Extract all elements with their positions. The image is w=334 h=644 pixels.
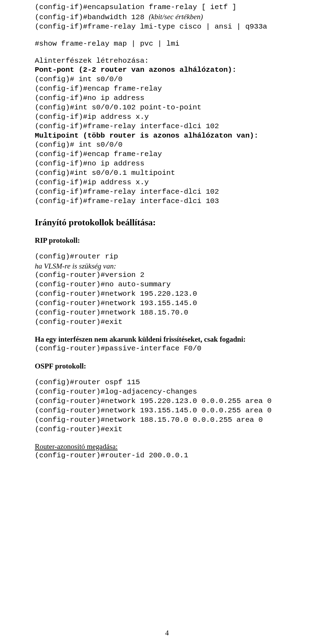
cmd-line: (config)#int s0/0/0.102 point-to-point xyxy=(35,103,299,112)
document-page: (config-if)#encapsulation frame-relay [ … xyxy=(0,0,334,644)
cmd-line: (config-if)#frame-relay lmi-type cisco |… xyxy=(35,22,299,32)
cmd-line: (config)#router ospf 115 xyxy=(35,378,299,387)
cmd-line: (config-router)#router-id 200.0.0.1 xyxy=(35,451,299,460)
cmd-line: (config-if)#bandwidth 128 (kbit/sec érté… xyxy=(35,12,299,22)
cmd-line: (config-router)#no auto-summary xyxy=(35,280,299,289)
cmd-line: (config-if)#frame-relay interface-dlci 1… xyxy=(35,197,299,206)
cmd-line: (config-if)#encap frame-relay xyxy=(35,150,299,159)
section-subtitle: Multipoint (több router is azonos alháló… xyxy=(35,131,299,141)
paragraph-heading: Ha egy interfészen nem akarunk küldeni f… xyxy=(35,335,299,344)
subsection-heading: OSPF protokoll: xyxy=(35,362,299,371)
section-subtitle: Pont-pont (2-2 router van azonos alhálóz… xyxy=(35,65,299,75)
inline-note: (kbit/sec értékben) xyxy=(149,13,203,21)
cmd-line: (config-router)#passive-interface F0/0 xyxy=(35,344,299,354)
cmd-line: (config-router)#log-adjacency-changes xyxy=(35,387,299,397)
cmd-line: (config-router)#network 195.220.123.0 0.… xyxy=(35,397,299,406)
cmd-line: (config-if)#ip address x.y xyxy=(35,112,299,122)
cmd-line: (config-if)#encapsulation frame-relay [ … xyxy=(35,3,299,12)
paragraph-heading: Router-azonosító megadása: xyxy=(35,442,299,451)
cmd-line: (config-router)#exit xyxy=(35,318,299,327)
cmd-line: (config-router)#network 188.15.70.0 xyxy=(35,308,299,318)
cmd-line: (config-router)#network 193.155.145.0 0.… xyxy=(35,406,299,416)
cmd-line: (config-if)#ip address x.y xyxy=(35,178,299,187)
cmd-line: (config-if)#no ip address xyxy=(35,159,299,169)
cmd-text: (config-if)#bandwidth 128 xyxy=(35,13,149,21)
cmd-line: #show frame-relay map | pvc | lmi xyxy=(35,39,299,49)
cmd-line: (config)#int s0/0/0.1 multipoint xyxy=(35,169,299,178)
cmd-line: (config-router)#version 2 xyxy=(35,271,299,280)
section-heading: Irányító protokollok beállítása: xyxy=(35,217,299,228)
cmd-line: (config-if)#encap frame-relay xyxy=(35,84,299,94)
cmd-line: (config-router)#network 193.155.145.0 xyxy=(35,299,299,308)
cmd-line: (config)#router rip xyxy=(35,252,299,262)
inline-note: ha VLSM-re is szükség van: xyxy=(35,262,299,271)
cmd-line: (config-router)#network 195.220.123.0 xyxy=(35,289,299,299)
cmd-line: (config)# int s0/0/0 xyxy=(35,140,299,150)
cmd-line: (config-router)#exit xyxy=(35,425,299,434)
cmd-line: (config-router)#network 188.15.70.0 0.0.… xyxy=(35,416,299,425)
page-number: 4 xyxy=(0,628,334,638)
cmd-line: (config)# int s0/0/0 xyxy=(35,75,299,84)
subsection-heading: RIP protokoll: xyxy=(35,236,299,245)
cmd-line: (config-if)#frame-relay interface-dlci 1… xyxy=(35,187,299,197)
cmd-line: (config-if)#frame-relay interface-dlci 1… xyxy=(35,122,299,131)
section-label: Alinterfészek létrehozása: xyxy=(35,56,299,66)
cmd-line: (config-if)#no ip address xyxy=(35,94,299,103)
